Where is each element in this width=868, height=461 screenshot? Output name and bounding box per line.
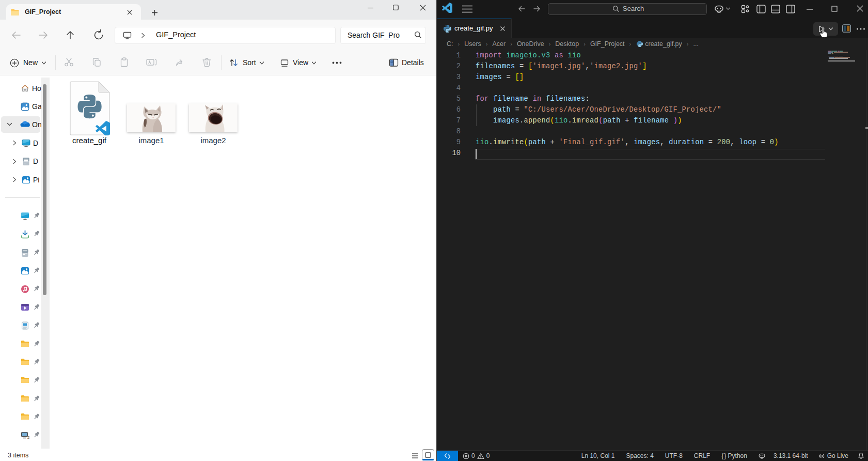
- svg-text:2: 2: [27, 435, 29, 439]
